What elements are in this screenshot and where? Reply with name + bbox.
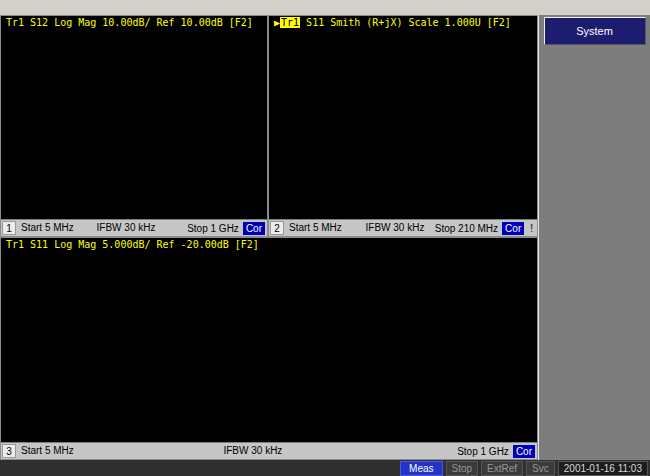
s12-status-bar: 1 Start 5 MHz IFBW 30 kHz Stop 1 GHz Cor — [1, 219, 267, 236]
s11-smith-title: ▶Tr1 S11 Smith (R+jX) Scale 1.000U [F2] — [274, 17, 511, 28]
smith-chart — [269, 16, 537, 236]
extref-status-indicator: ExtRef — [481, 461, 523, 476]
s11-smith-status-bar: 2 Start 5 MHz IFBW 30 kHz Stop 210 MHz C… — [269, 219, 537, 236]
start-frequency: Start 5 MHz — [289, 220, 342, 235]
ifbw-readout: IFBW 30 kHz — [223, 443, 282, 458]
panel-s11-smith: ▶Tr1 S11 Smith (R+jX) Scale 1.000U [F2] … — [268, 15, 538, 237]
stop-frequency: Stop 1 GHz — [187, 221, 239, 236]
correction-badge: Cor — [513, 445, 535, 458]
s11-trace-title: Tr1 S11 Log Mag 5.000dB/ Ref -20.00dB [F… — [6, 239, 259, 250]
s11-plot — [1, 238, 537, 459]
active-trace-label: Tr1 — [280, 17, 300, 28]
channel-3-number: 3 — [2, 444, 16, 458]
s12-plot — [1, 16, 267, 236]
softkey-menu-title: System — [544, 17, 646, 45]
warning-flag: ! — [528, 221, 535, 236]
instrument-status-bar: Meas Stop ExtRef Svc 2001-01-16 11:03 — [0, 460, 650, 476]
channel-1-number: 1 — [2, 221, 16, 235]
svc-status-indicator: Svc — [526, 461, 555, 476]
s12-trace-title: Tr1 S12 Log Mag 10.00dB/ Ref 10.00dB [F2… — [6, 17, 253, 28]
correction-badge: Cor — [243, 222, 265, 235]
stop-frequency: Stop 1 GHz — [457, 444, 509, 459]
panel-s11-logmag: Tr1 S11 Log Mag 5.000dB/ Ref -20.00dB [F… — [0, 237, 538, 460]
smith-title-text: S11 Smith (R+jX) Scale 1.000U [F2] — [300, 17, 511, 28]
ifbw-readout: IFBW 30 kHz — [97, 220, 156, 235]
menu-bar — [0, 0, 650, 16]
date-time: 2001-01-16 11:03 — [558, 461, 648, 476]
s11-status-bar: 3 Start 5 MHz IFBW 30 kHz Stop 1 GHz Cor — [1, 442, 537, 459]
meas-status-badge: Meas — [400, 461, 442, 476]
stop-frequency: Stop 210 MHz — [435, 221, 498, 236]
stop-status-indicator: Stop — [446, 461, 479, 476]
network-analyzer-screen: Tr1 S12 Log Mag 10.00dB/ Ref 10.00dB [F2… — [0, 0, 650, 476]
channel-2-number: 2 — [270, 221, 284, 235]
panel-s12-logmag: Tr1 S12 Log Mag 10.00dB/ Ref 10.00dB [F2… — [0, 15, 268, 237]
start-frequency: Start 5 MHz — [21, 443, 74, 458]
correction-badge: Cor — [502, 222, 524, 235]
softkey-sidebar: System — [538, 15, 650, 460]
ifbw-readout: IFBW 30 kHz — [366, 220, 425, 235]
start-frequency: Start 5 MHz — [21, 220, 74, 235]
